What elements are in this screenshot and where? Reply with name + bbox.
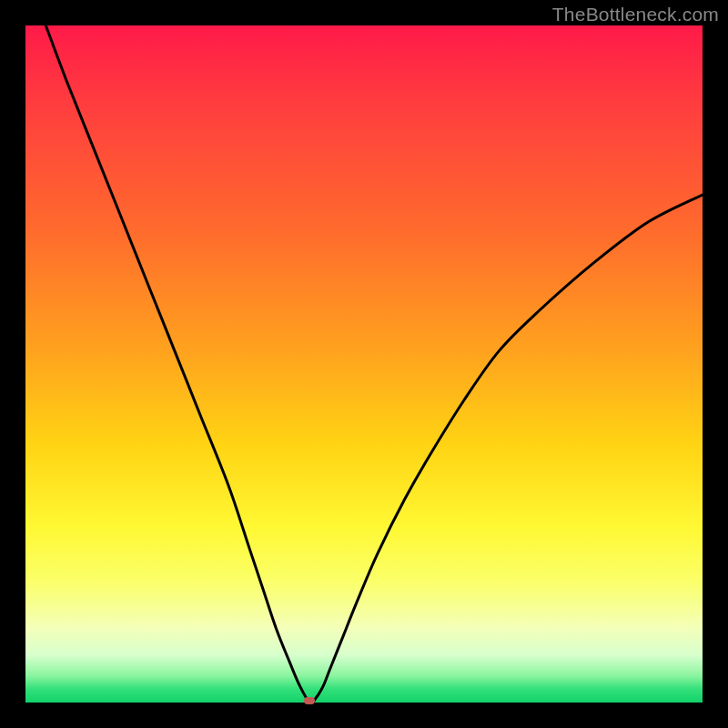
chart-plot-area <box>25 25 703 703</box>
optimal-point-marker <box>304 697 315 704</box>
bottleneck-curve <box>25 25 703 703</box>
watermark-text: TheBottleneck.com <box>552 4 719 25</box>
chart-frame: TheBottleneck.com <box>0 0 728 728</box>
